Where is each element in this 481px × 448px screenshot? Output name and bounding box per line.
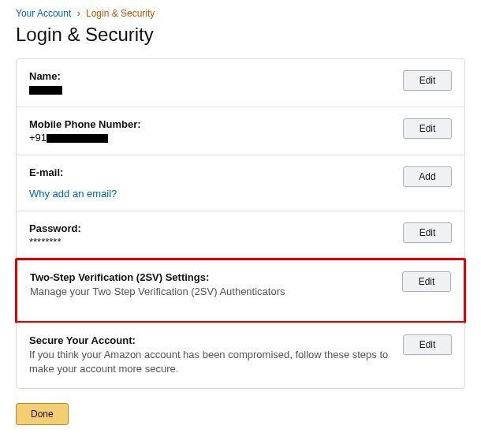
row-name: Name: Edit [17, 59, 464, 106]
edit-name-button[interactable]: Edit [403, 70, 452, 91]
done-wrap: Done [16, 403, 465, 425]
row-email: E-mail: Why add an email? Add [17, 155, 464, 211]
twosv-desc: Manage your Two Step Verification (2SV) … [30, 285, 390, 299]
breadcrumb-separator: › [77, 8, 80, 19]
phone-prefix: +91 [29, 132, 47, 144]
row-password: Password: ******** Edit [17, 211, 464, 259]
redacted-name [29, 86, 62, 95]
email-label: E-mail: [29, 166, 390, 178]
why-add-email-link[interactable]: Why add an email? [29, 188, 117, 200]
done-button[interactable]: Done [16, 403, 69, 425]
breadcrumb-root-link[interactable]: Your Account [16, 8, 71, 19]
row-secure-account: Secure Your Account: If you think your A… [17, 323, 464, 387]
edit-2sv-button[interactable]: Edit [402, 271, 451, 292]
email-help-link-wrap: Why add an email? [29, 188, 390, 200]
phone-label: Mobile Phone Number: [29, 118, 390, 130]
row-2sv: Two-Step Verification (2SV) Settings: Ma… [15, 258, 466, 323]
redacted-phone [47, 134, 108, 143]
password-label: Password: [29, 222, 390, 234]
secure-desc: If you think your Amazon account has bee… [29, 348, 390, 376]
edit-phone-button[interactable]: Edit [403, 118, 452, 139]
settings-panel: Name: Edit Mobile Phone Number: +91 Edit… [16, 58, 465, 389]
add-email-button[interactable]: Add [403, 166, 452, 187]
twosv-label: Two-Step Verification (2SV) Settings: [30, 271, 390, 283]
password-value: ******** [29, 236, 390, 248]
edit-password-button[interactable]: Edit [403, 222, 452, 243]
breadcrumb-current: Login & Security [86, 8, 155, 19]
name-value [29, 84, 390, 95]
phone-value: +91 [29, 132, 390, 144]
secure-label: Secure Your Account: [29, 334, 390, 346]
row-phone: Mobile Phone Number: +91 Edit [17, 106, 464, 155]
breadcrumb: Your Account › Login & Security [16, 8, 465, 19]
edit-secure-button[interactable]: Edit [403, 334, 452, 355]
page-title: Login & Security [16, 24, 465, 46]
name-label: Name: [29, 70, 390, 82]
